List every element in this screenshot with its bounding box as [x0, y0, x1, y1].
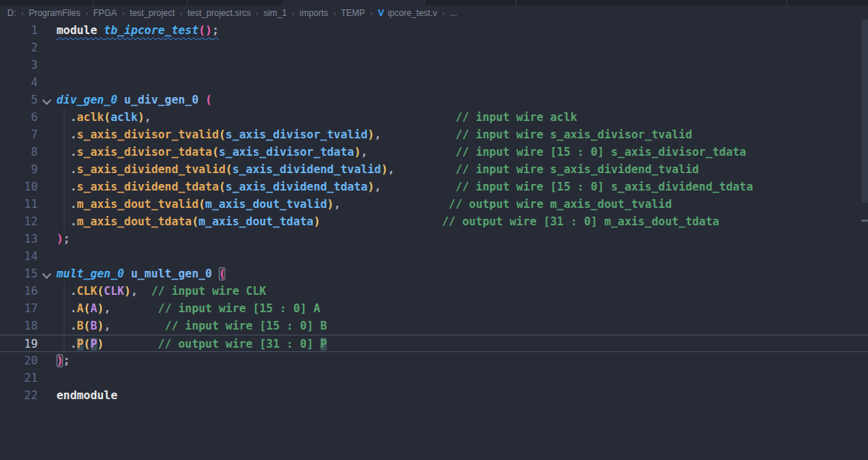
line-number[interactable]: 10 — [0, 178, 38, 196]
token: , — [131, 285, 138, 298]
token — [320, 215, 442, 228]
code-line-14[interactable]: 14 — [0, 248, 868, 265]
code-line-20[interactable]: 20); — [0, 352, 868, 369]
line-number[interactable]: 15 — [0, 265, 38, 283]
editor-tab-0[interactable] — [0, 0, 93, 5]
breadcrumb-item-sim-1[interactable]: sim_1 — [264, 8, 287, 18]
fold-zone — [38, 91, 57, 109]
breadcrumb-separator-icon: › — [85, 9, 88, 17]
line-number[interactable]: 22 — [0, 387, 38, 404]
token: s_axis_dividend_tvalid — [77, 163, 225, 176]
token: . — [57, 163, 77, 176]
code-text: ); — [57, 352, 70, 369]
breadcrumb-item-d-[interactable]: D: — [7, 8, 16, 18]
code-line-22[interactable]: 22endmodule — [0, 387, 868, 404]
line-number[interactable]: 11 — [0, 196, 38, 213]
code-line-6[interactable]: 6 .aclk(aclk), // input wire aclk — [0, 109, 868, 126]
code-line-2[interactable]: 2 — [0, 39, 868, 57]
breadcrumb: D:›ProgramFiles›FPGA›test_project›test_p… — [0, 5, 868, 20]
breadcrumb-item-test-project-srcs[interactable]: test_project.srcs — [188, 8, 251, 18]
token: , — [144, 111, 151, 124]
token: ) — [124, 285, 130, 298]
code-line-12[interactable]: 12 .m_axis_dout_tdata(m_axis_dout_tdata)… — [0, 213, 868, 230]
chevron-down-icon[interactable] — [42, 96, 51, 105]
token: // input wire [15 : 0] B — [164, 319, 327, 333]
code-line-3[interactable]: 3 — [0, 57, 868, 74]
code-line-19[interactable]: 19 .P(P) // output wire [31 : 0] P — [0, 335, 868, 352]
editor-tab-strip[interactable] — [0, 0, 868, 5]
token: // output wire [31 : 0] m_axis_dout_tdat… — [442, 215, 719, 228]
token: ) — [367, 180, 374, 193]
token: tb_ipcore_test — [104, 24, 199, 37]
fold-zone — [38, 74, 57, 91]
line-number[interactable]: 16 — [0, 283, 38, 300]
code-line-1[interactable]: 1module tb_ipcore_test(); — [0, 22, 868, 39]
token: ( — [219, 180, 225, 193]
line-number[interactable]: 1 — [0, 22, 38, 39]
line-number[interactable]: 2 — [0, 39, 38, 57]
token: . — [57, 215, 77, 228]
line-number[interactable]: 3 — [0, 57, 38, 74]
editor-tab-6[interactable] — [786, 0, 868, 5]
code-line-11[interactable]: 11 .m_axis_dout_tvalid(m_axis_dout_tvali… — [0, 196, 868, 213]
code-line-17[interactable]: 17 .A(A), // input wire [15 : 0] A — [0, 300, 868, 317]
code-line-10[interactable]: 10 .s_axis_dividend_tdata(s_axis_dividen… — [0, 178, 868, 196]
line-number[interactable]: 17 — [0, 300, 38, 317]
fold-zone — [38, 387, 57, 404]
breadcrumb-item--[interactable]: ... — [450, 8, 457, 18]
token: ( — [205, 93, 212, 106]
editor-tab-3[interactable] — [282, 0, 425, 5]
line-number[interactable]: 6 — [0, 109, 38, 126]
token: CLK — [104, 285, 124, 298]
breadcrumb-separator-icon: › — [21, 9, 24, 17]
line-number[interactable]: 21 — [0, 369, 38, 387]
editor-tab-1[interactable] — [93, 0, 188, 5]
token: ( — [219, 267, 225, 280]
vertical-scrollbar[interactable] — [861, 20, 868, 203]
breadcrumb-separator-icon: › — [442, 9, 445, 17]
line-number[interactable]: 9 — [0, 161, 38, 178]
editor-tab-5[interactable] — [516, 0, 787, 5]
token — [381, 128, 456, 141]
code-line-7[interactable]: 7 .s_axis_divisor_tvalid(s_axis_divisor_… — [0, 126, 868, 143]
chevron-down-icon[interactable] — [42, 269, 51, 279]
breadcrumb-item-programfiles[interactable]: ProgramFiles — [29, 8, 80, 18]
code-line-13[interactable]: 13); — [0, 230, 868, 248]
breadcrumb-item-temp[interactable]: TEMP — [341, 8, 365, 18]
line-number[interactable]: 18 — [0, 317, 38, 335]
code-line-15[interactable]: 15mult_gen_0 u_mult_gen_0 ( — [0, 265, 868, 283]
token: ) — [97, 302, 104, 315]
code-line-5[interactable]: 5div_gen_0 u_div_gen_0 ( — [0, 91, 868, 109]
code-line-8[interactable]: 8 .s_axis_divisor_tdata(s_axis_divisor_t… — [0, 143, 868, 161]
line-number[interactable]: 8 — [0, 143, 38, 161]
fold-zone — [38, 39, 57, 57]
line-number[interactable]: 4 — [0, 74, 38, 91]
code-line-4[interactable]: 4 — [0, 74, 868, 91]
token: // output wire [31 : 0] — [158, 338, 320, 351]
line-number[interactable]: 7 — [0, 126, 38, 143]
breadcrumb-item-fpga[interactable]: FPGA — [93, 8, 117, 18]
token: m_axis_dout_tvalid — [205, 198, 327, 211]
token: ( — [212, 146, 219, 159]
code-line-18[interactable]: 18 .B(B), // input wire [15 : 0] B — [0, 317, 868, 335]
breadcrumb-item-test-project[interactable]: test_project — [130, 8, 175, 18]
line-number[interactable]: 14 — [0, 248, 38, 265]
line-number[interactable]: 13 — [0, 230, 38, 248]
token: s_axis_divisor_tdata — [77, 146, 212, 159]
token — [199, 93, 205, 106]
breadcrumb-item-imports[interactable]: imports — [300, 8, 328, 18]
code-line-9[interactable]: 9 .s_axis_dividend_tvalid(s_axis_dividen… — [0, 161, 868, 178]
breadcrumb-separator-icon: › — [370, 9, 373, 17]
line-number[interactable]: 12 — [0, 213, 38, 230]
token: ) — [354, 146, 361, 159]
token: s_axis_divisor_tvalid — [77, 128, 219, 141]
editor-tab-2[interactable] — [187, 0, 283, 5]
code-line-21[interactable]: 21 — [0, 369, 868, 387]
code-editor[interactable]: 1module tb_ipcore_test();2345div_gen_0 u… — [0, 20, 868, 460]
breadcrumb-item-ipcore-test-v[interactable]: Vipcore_test.v — [378, 7, 438, 18]
line-number[interactable]: 5 — [0, 91, 38, 109]
line-number[interactable]: 20 — [0, 352, 38, 369]
line-number[interactable]: 19 — [0, 335, 38, 351]
editor-tab-4[interactable] — [424, 0, 517, 5]
code-line-16[interactable]: 16 .CLK(CLK), // input wire CLK — [0, 283, 868, 300]
